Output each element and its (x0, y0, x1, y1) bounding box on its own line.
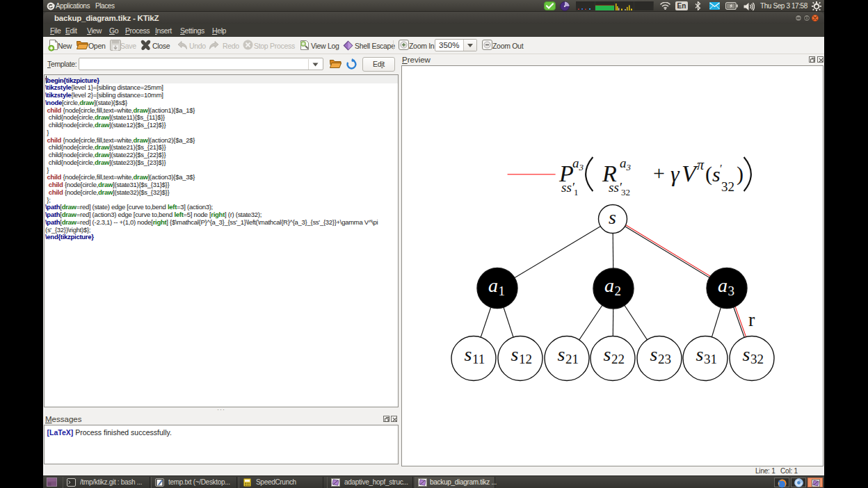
svg-text:s: s (604, 343, 611, 365)
svg-text:21: 21 (565, 352, 579, 366)
svg-text:): ) (737, 162, 744, 186)
svg-text:π: π (697, 157, 705, 172)
svg-text:3: 3 (579, 162, 584, 172)
svg-text:32: 32 (750, 352, 764, 366)
svg-text:s: s (743, 343, 750, 365)
svg-text:ss′: ss′ (609, 180, 622, 195)
svg-text:3: 3 (728, 284, 735, 298)
svg-text:32: 32 (621, 187, 630, 197)
svg-text:s: s (650, 343, 658, 365)
svg-text:a: a (604, 275, 614, 296)
svg-text:1: 1 (499, 284, 506, 298)
svg-text:s: s (558, 343, 565, 365)
svg-text:a: a (620, 156, 627, 170)
svg-text:11: 11 (472, 352, 485, 366)
svg-text:12: 12 (519, 352, 532, 366)
svg-text:31: 31 (704, 352, 717, 366)
svg-text:23: 23 (658, 352, 671, 366)
svg-text:s: s (465, 343, 472, 365)
svg-text:2: 2 (615, 284, 622, 298)
svg-text:ss′: ss′ (561, 180, 575, 195)
svg-text:γ: γ (670, 161, 680, 186)
svg-text:s: s (609, 206, 616, 228)
svg-text:a: a (488, 275, 498, 296)
svg-text:32: 32 (721, 179, 734, 194)
svg-text:22: 22 (611, 352, 625, 366)
svg-text:+: + (653, 161, 665, 184)
svg-text:(: ( (705, 162, 712, 186)
svg-text:1: 1 (574, 187, 579, 197)
svg-text:s: s (511, 343, 519, 365)
svg-text:a: a (572, 156, 579, 170)
svg-text:s: s (712, 163, 721, 186)
svg-text:r: r (748, 309, 755, 330)
svg-text:′: ′ (720, 163, 723, 174)
svg-text:s: s (696, 343, 704, 365)
svg-text:3: 3 (626, 162, 632, 172)
svg-text:a: a (718, 275, 728, 296)
